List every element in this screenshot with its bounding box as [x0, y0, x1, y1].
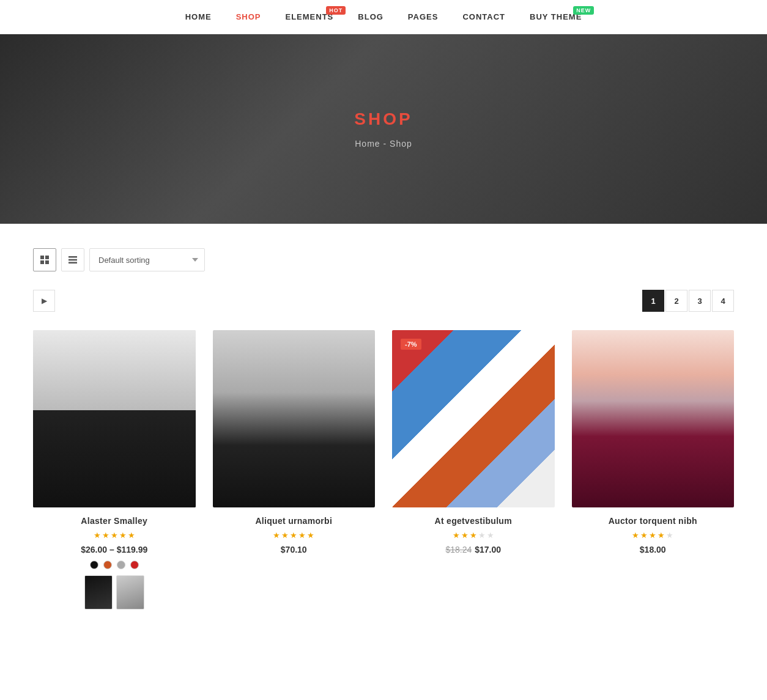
product-card-p2[interactable]: Aliquet urnamorbi★★★★★$70.10	[213, 330, 376, 616]
page-3-button[interactable]: 3	[689, 290, 711, 312]
product-info: At egetvestibulum★★★★★$18.24$17.00	[392, 507, 555, 567]
prev-arrow-button[interactable]: ▶	[33, 290, 55, 312]
breadcrumb-home[interactable]: Home	[355, 139, 380, 149]
list-icon	[68, 255, 78, 265]
products-grid: Alaster Smalley★★★★★$26.00 – $119.99Aliq…	[0, 330, 767, 652]
star-4: ★	[478, 531, 486, 540]
pagination-row: ▶ 1234	[0, 284, 767, 330]
star-1: ★	[273, 531, 280, 540]
svg-rect-5	[69, 259, 77, 261]
star-1: ★	[94, 531, 101, 540]
old-price: $18.24	[445, 545, 472, 554]
breadcrumb: Home - Shop	[355, 139, 412, 149]
product-image-wrapper	[572, 330, 735, 507]
product-stars: ★★★★★	[577, 531, 730, 540]
main-nav: HOMESHOPELEMENTSHotBLOGPAGESCONTACTBUY T…	[0, 0, 767, 34]
hero-title: SHOP	[354, 109, 412, 129]
star-5: ★	[307, 531, 314, 540]
product-image-wrapper: -7%	[392, 330, 555, 507]
page-4-button[interactable]: 4	[712, 290, 734, 312]
color-swatch-3[interactable]	[130, 561, 139, 569]
product-price: $26.00 – $119.99	[38, 545, 191, 554]
star-4: ★	[298, 531, 306, 540]
star-4: ★	[658, 531, 665, 540]
grid-icon	[40, 255, 50, 265]
product-stars: ★★★★★	[38, 531, 191, 540]
star-1: ★	[453, 531, 460, 540]
product-stars: ★★★★★	[397, 531, 550, 540]
nav-item-blog[interactable]: BLOG	[358, 12, 383, 21]
star-3: ★	[470, 531, 477, 540]
page-1-button[interactable]: 1	[642, 290, 664, 312]
color-swatches	[38, 561, 191, 569]
product-name: At egetvestibulum	[397, 516, 550, 526]
product-info: Aliquet urnamorbi★★★★★$70.10	[213, 507, 376, 567]
page-numbers: 1234	[642, 290, 734, 312]
product-price: $18.00	[577, 545, 730, 554]
svg-rect-1	[45, 256, 49, 259]
sort-select[interactable]: Default sortingSort by popularitySort by…	[89, 248, 205, 271]
star-3: ★	[649, 531, 656, 540]
nav-item-elements[interactable]: ELEMENTSHot	[286, 12, 334, 21]
current-price: $70.10	[281, 545, 307, 554]
nav-item-buytheme[interactable]: BUY THEMENew	[530, 12, 582, 21]
hero-section: SHOP Home - Shop	[0, 34, 767, 224]
product-image-wrapper	[33, 330, 196, 507]
color-swatch-2[interactable]	[117, 561, 125, 569]
star-5: ★	[128, 531, 135, 540]
current-price: $18.00	[640, 545, 666, 554]
product-name: Alaster Smalley	[38, 516, 191, 526]
svg-rect-3	[45, 260, 49, 264]
color-swatch-1[interactable]	[103, 561, 112, 569]
page-2-button[interactable]: 2	[665, 290, 687, 312]
product-card-p4[interactable]: Auctor torquent nibh★★★★★$18.00	[572, 330, 735, 616]
product-card-p3[interactable]: -7%At egetvestibulum★★★★★$18.24$17.00	[392, 330, 555, 616]
star-5: ★	[487, 531, 494, 540]
product-info: Alaster Smalley★★★★★$26.00 – $119.99	[33, 507, 196, 616]
svg-rect-2	[40, 260, 44, 264]
star-2: ★	[281, 531, 289, 540]
grid-view-button[interactable]	[33, 248, 56, 271]
star-2: ★	[102, 531, 109, 540]
product-info: Auctor torquent nibh★★★★★$18.00	[572, 507, 735, 567]
thumbnail-2[interactable]	[116, 575, 144, 610]
star-1: ★	[632, 531, 639, 540]
product-image-wrapper	[213, 330, 376, 507]
svg-rect-6	[69, 262, 77, 264]
star-4: ★	[119, 531, 127, 540]
product-name: Aliquet urnamorbi	[218, 516, 371, 526]
product-image	[213, 330, 376, 507]
nav-item-pages[interactable]: PAGES	[408, 12, 439, 21]
star-2: ★	[461, 531, 469, 540]
product-card-p1[interactable]: Alaster Smalley★★★★★$26.00 – $119.99	[33, 330, 196, 616]
product-name: Auctor torquent nibh	[577, 516, 730, 526]
product-stars: ★★★★★	[218, 531, 371, 540]
star-2: ★	[640, 531, 648, 540]
thumbnail-1[interactable]	[84, 575, 113, 610]
nav-badge-elements: Hot	[326, 6, 346, 15]
product-image	[572, 330, 735, 507]
current-price: $17.00	[475, 545, 501, 554]
svg-rect-4	[69, 256, 77, 258]
product-price: $70.10	[218, 545, 371, 554]
thumbnail-row	[38, 575, 191, 610]
discount-badge: -7%	[401, 339, 421, 350]
nav-item-contact[interactable]: CONTACT	[462, 12, 505, 21]
color-swatch-0[interactable]	[90, 561, 98, 569]
star-3: ★	[290, 531, 297, 540]
product-price: $18.24$17.00	[397, 545, 550, 554]
star-3: ★	[111, 531, 118, 540]
star-5: ★	[666, 531, 673, 540]
current-price: $26.00 – $119.99	[81, 545, 147, 554]
nav-item-shop[interactable]: SHOP	[236, 12, 261, 21]
nav-badge-buytheme: New	[573, 6, 594, 15]
breadcrumb-current: Shop	[390, 139, 412, 149]
list-view-button[interactable]	[61, 248, 84, 271]
product-image	[33, 330, 196, 507]
product-image	[392, 330, 555, 507]
svg-rect-0	[40, 256, 44, 259]
toolbar: Default sortingSort by popularitySort by…	[0, 224, 767, 284]
nav-item-home[interactable]: HOME	[185, 12, 212, 21]
breadcrumb-sep: -	[383, 139, 387, 149]
